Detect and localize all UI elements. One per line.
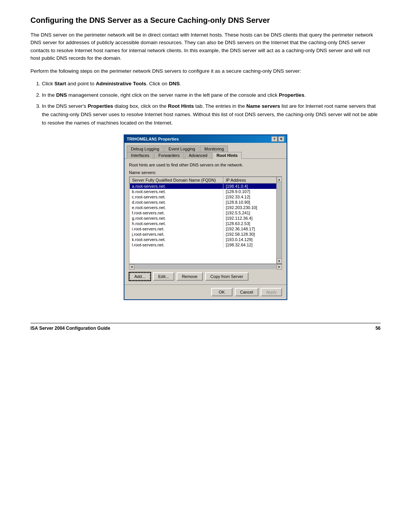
- page-footer: ISA Server 2004 Configuration Guide 56: [30, 323, 381, 333]
- step-2: In the DNS management console, right cli…: [42, 91, 381, 99]
- tab-forwarders[interactable]: Forwarders: [154, 152, 184, 159]
- ip-cell: [198.32.64.12]: [223, 242, 282, 248]
- steps-intro: Perform the following steps on the perim…: [30, 67, 381, 75]
- table-row[interactable]: a.root-servers.net.[198.41.0.4]: [130, 184, 282, 189]
- ip-cell: [128.8.10.90]: [223, 200, 282, 205]
- properties-dialog: TRIHOMELAN1 Properties ? ✕ Debug Logging…: [124, 134, 287, 300]
- scroll-track[interactable]: [277, 182, 282, 258]
- fqdn-cell: e.root-servers.net.: [130, 205, 223, 210]
- tab-debug-logging[interactable]: Debug Logging: [127, 145, 164, 152]
- fqdn-cell: f.root-servers.net.: [130, 210, 223, 216]
- fqdn-cell: a.root-servers.net.: [130, 184, 223, 189]
- ip-cell: [192.203.230.10]: [223, 205, 282, 210]
- close-button[interactable]: ✕: [278, 136, 284, 142]
- fqdn-cell: h.root-servers.net.: [130, 221, 223, 226]
- table-row[interactable]: l.root-servers.net.[198.32.64.12]: [130, 242, 282, 248]
- fqdn-cell: l.root-servers.net.: [130, 242, 223, 248]
- intro-paragraph: The DNS server on the perimeter network …: [30, 31, 381, 62]
- scroll-down-button[interactable]: ▼: [277, 258, 282, 264]
- table-row[interactable]: f.root-servers.net.[192.5.5.241]: [130, 210, 282, 216]
- ip-cell: [128.63.2.53]: [223, 221, 282, 226]
- ip-cell: [198.41.0.4]: [223, 184, 282, 189]
- ip-cell: [128.9.0.107]: [223, 189, 282, 194]
- dialog-body: Root hints are used to find other DNS se…: [124, 159, 287, 284]
- scroll-up-button[interactable]: ▲: [277, 177, 282, 182]
- titlebar-buttons: ? ✕: [271, 136, 284, 142]
- fqdn-cell: b.root-servers.net.: [130, 189, 223, 194]
- col-ip-header: IP Address: [223, 177, 282, 184]
- step-3: In the DNS server's Properties dialog bo…: [42, 102, 381, 127]
- fqdn-cell: c.root-servers.net.: [130, 194, 223, 200]
- table-row[interactable]: i.root-servers.net.[192.36.148.17]: [130, 226, 282, 232]
- footer-left: ISA Server 2004 Configuration Guide: [30, 326, 110, 331]
- tab-event-logging[interactable]: Event Logging: [164, 145, 199, 152]
- dialog-title: TRIHOMELAN1 Properties: [127, 137, 179, 141]
- tabs-row2: Interfaces Forwarders Advanced Root Hint…: [124, 152, 287, 159]
- table-row[interactable]: h.root-servers.net.[128.63.2.53]: [130, 221, 282, 226]
- ip-cell: [192.36.148.17]: [223, 226, 282, 232]
- ip-cell: [192.112.36.4]: [223, 216, 282, 221]
- table-row[interactable]: c.root-servers.net.[192.33.4.12]: [130, 194, 282, 200]
- copy-from-server-button[interactable]: Copy from Server: [205, 272, 249, 281]
- apply-button[interactable]: Apply: [261, 288, 282, 296]
- name-servers-table-container: Server Fully Qualified Domain Name (FQDN…: [129, 176, 282, 264]
- table-row[interactable]: e.root-servers.net.[192.203.230.10]: [130, 205, 282, 210]
- ip-cell: [193.0.14.129]: [223, 237, 282, 242]
- ip-cell: [192.58.128.30]: [223, 232, 282, 237]
- footer-right: 56: [376, 326, 381, 331]
- dialog-titlebar: TRIHOMELAN1 Properties ? ✕: [124, 135, 287, 143]
- add-button[interactable]: Add...: [129, 272, 151, 281]
- fqdn-cell: i.root-servers.net.: [130, 226, 223, 232]
- col-fqdn-header: Server Fully Qualified Domain Name (FQDN…: [130, 177, 223, 184]
- tab-monitoring[interactable]: Monitoring: [200, 145, 228, 152]
- horizontal-scrollbar[interactable]: ◄ ►: [129, 264, 282, 269]
- ok-button[interactable]: OK: [211, 288, 233, 296]
- ip-cell: [192.33.4.12]: [223, 194, 282, 200]
- tabs-row1: Debug Logging Event Logging Monitoring: [124, 143, 287, 152]
- steps-list: Click Start and point to Administrative …: [42, 80, 381, 127]
- name-servers-table: Server Fully Qualified Domain Name (FQDN…: [129, 177, 282, 248]
- hint-text: Root hints are used to find other DNS se…: [129, 163, 282, 167]
- scroll-left-button[interactable]: ◄: [129, 264, 134, 270]
- fqdn-cell: g.root-servers.net.: [130, 216, 223, 221]
- table-row[interactable]: j.root-servers.net.[192.58.128.30]: [130, 232, 282, 237]
- table-row[interactable]: b.root-servers.net.[128.9.0.107]: [130, 189, 282, 194]
- tab-advanced[interactable]: Advanced: [185, 152, 212, 159]
- scroll-right-button[interactable]: ►: [277, 264, 282, 270]
- page-content: Configuring the DNS Server as a Secure C…: [30, 15, 381, 333]
- table-row[interactable]: g.root-servers.net.[192.112.36.4]: [130, 216, 282, 221]
- ip-cell: [192.5.5.241]: [223, 210, 282, 216]
- fqdn-cell: j.root-servers.net.: [130, 232, 223, 237]
- fqdn-cell: k.root-servers.net.: [130, 237, 223, 242]
- table-row[interactable]: k.root-servers.net.[193.0.14.129]: [130, 237, 282, 242]
- name-servers-label: Name servers:: [129, 170, 282, 175]
- dialog-wrapper: TRIHOMELAN1 Properties ? ✕ Debug Logging…: [30, 134, 381, 300]
- help-button[interactable]: ?: [271, 136, 277, 142]
- table-row[interactable]: d.root-servers.net.[128.8.10.90]: [130, 200, 282, 205]
- action-buttons-row: Add... Edit... Remove Copy from Server: [129, 272, 282, 281]
- cancel-button[interactable]: Cancel: [235, 288, 258, 296]
- tab-interfaces[interactable]: Interfaces: [127, 152, 153, 159]
- hscroll-track[interactable]: [134, 264, 277, 269]
- fqdn-cell: d.root-servers.net.: [130, 200, 223, 205]
- step-1: Click Start and point to Administrative …: [42, 80, 381, 88]
- dialog-footer: OK Cancel Apply: [124, 284, 287, 299]
- remove-button[interactable]: Remove: [177, 272, 203, 281]
- tab-root-hints[interactable]: Root Hints: [212, 152, 242, 159]
- edit-button[interactable]: Edit...: [153, 272, 174, 281]
- page-title: Configuring the DNS Server as a Secure C…: [30, 15, 381, 25]
- vertical-scrollbar[interactable]: ▲ ▼: [276, 177, 282, 264]
